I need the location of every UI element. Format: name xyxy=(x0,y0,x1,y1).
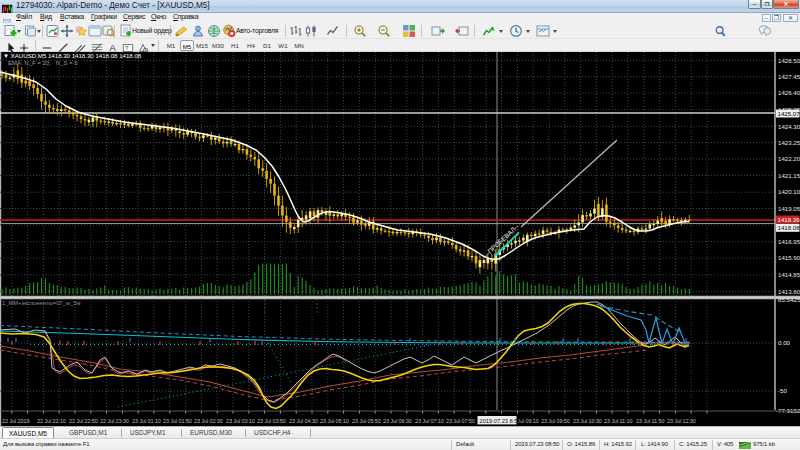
svg-text:22 Jul 22:50: 22 Jul 22:50 xyxy=(69,418,98,424)
svg-text:EMA: N_F = 20; N_S = 6: EMA: N_F = 20; N_S = 6 xyxy=(8,60,78,66)
svg-text:1423.25: 1423.25 xyxy=(778,139,800,146)
svg-text:1_MM+экспоненты=07_w_5м: 1_MM+экспоненты=07_w_5м xyxy=(2,300,80,306)
svg-text:1414.85: 1414.85 xyxy=(778,271,800,278)
svg-text:T: T xyxy=(125,45,129,51)
svg-text:22 Jul 22:10: 22 Jul 22:10 xyxy=(37,418,66,424)
svg-text:1428.50: 1428.50 xyxy=(778,57,800,64)
svg-text:22 Jul 23:30: 22 Jul 23:30 xyxy=(100,418,129,424)
svg-text:--ПРОБЕВАЛ--: --ПРОБЕВАЛ-- xyxy=(483,223,520,258)
svg-text:23 Jul 05:10: 23 Jul 05:10 xyxy=(320,418,349,424)
svg-text:23 Jul 07:10: 23 Jul 07:10 xyxy=(415,418,444,424)
svg-text:1426.40: 1426.40 xyxy=(778,89,800,96)
svg-text:23 Jul 01:10: 23 Jul 01:10 xyxy=(132,418,161,424)
svg-text:23 Jul 06:30: 23 Jul 06:30 xyxy=(383,418,412,424)
svg-text:23 Jul 04:30: 23 Jul 04:30 xyxy=(289,418,318,424)
svg-text:1425.07: 1425.07 xyxy=(778,110,800,117)
svg-text:2019.07.23 8:50: 2019.07.23 8:50 xyxy=(480,418,521,424)
svg-text:-50: -50 xyxy=(778,387,788,394)
svg-text:23 Jul 05:50: 23 Jul 05:50 xyxy=(352,418,381,424)
svg-text:85.5425: 85.5425 xyxy=(778,296,800,303)
svg-text:1422.20: 1422.20 xyxy=(778,155,800,162)
svg-text:0.00: 0.00 xyxy=(778,339,791,346)
svg-text:1413.80: 1413.80 xyxy=(778,288,800,295)
svg-text:▼ XAUUSD,M5 1418.30 1418.30 14: ▼ XAUUSD,M5 1418.30 1418.30 1418.08 1418… xyxy=(3,52,142,59)
svg-text:-77.9152: -77.9152 xyxy=(776,407,800,414)
svg-text:23 Jul 02:30: 23 Jul 02:30 xyxy=(194,418,223,424)
svg-text:23 Jul 12:30: 23 Jul 12:30 xyxy=(667,418,696,424)
svg-text:23 Jul 07:50: 23 Jul 07:50 xyxy=(446,418,475,424)
svg-text:23 Jul 03:10: 23 Jul 03:10 xyxy=(226,418,255,424)
svg-text:1415.90: 1415.90 xyxy=(778,254,800,261)
svg-text:1424.30: 1424.30 xyxy=(778,123,800,130)
svg-text:1419.05: 1419.05 xyxy=(778,205,800,212)
svg-text:1427.45: 1427.45 xyxy=(778,73,800,80)
svg-text:1418.08: 1418.08 xyxy=(778,224,800,231)
svg-text:23 Jul 09:50: 23 Jul 09:50 xyxy=(541,418,570,424)
svg-text:22 Jul 2019: 22 Jul 2019 xyxy=(2,418,29,424)
svg-text:1420.10: 1420.10 xyxy=(778,188,800,195)
svg-text:1418.36: 1418.36 xyxy=(778,216,800,223)
svg-text:23 Jul 11:10: 23 Jul 11:10 xyxy=(604,418,632,424)
svg-text:23 Jul 11:50: 23 Jul 11:50 xyxy=(636,418,664,424)
svg-text:23 Jul 01:50: 23 Jul 01:50 xyxy=(163,418,192,424)
svg-text:1421.15: 1421.15 xyxy=(778,172,800,179)
svg-text:23 Jul 10:30: 23 Jul 10:30 xyxy=(573,418,602,424)
svg-text:23 Jul 03:50: 23 Jul 03:50 xyxy=(257,418,286,424)
svg-text:1416.95: 1416.95 xyxy=(778,238,800,245)
